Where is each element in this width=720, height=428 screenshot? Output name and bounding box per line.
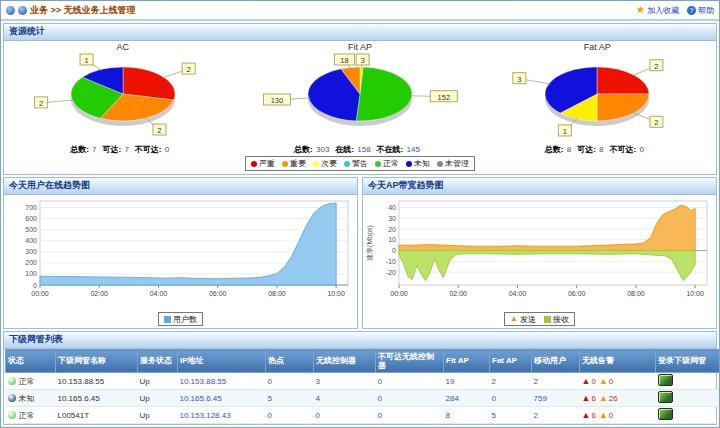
wireless-controller-cell[interactable]: 4 [314, 390, 376, 407]
col-header-登录下级网管[interactable]: 登录下级网管 [656, 350, 720, 373]
hotspot-cell[interactable]: 0 [266, 373, 314, 390]
fit-ap-pie-chart[interactable]: 315213018 [245, 52, 475, 142]
svg-text:06:00: 06:00 [568, 290, 586, 297]
col-header-下级网管名称[interactable]: 下级网管名称 [56, 350, 138, 373]
svg-text:00:00: 00:00 [390, 290, 408, 297]
login-nms-cell[interactable] [656, 390, 720, 407]
add-favorite-link[interactable]: ★ 加入收藏 [636, 5, 679, 16]
wireless-alarm-cell[interactable]: ▲6▲26 [580, 390, 656, 407]
hotspot-cell[interactable]: 0 [266, 407, 314, 424]
svg-text:3: 3 [361, 56, 365, 65]
col-header-Fat AP[interactable]: Fat AP [490, 350, 532, 373]
fit-ap-cell[interactable]: 8 [444, 407, 490, 424]
col-header-无线告警[interactable]: 无线告警 [580, 350, 656, 373]
help-link[interactable]: ? 帮助 [687, 5, 714, 16]
ip-address-cell[interactable]: 10.165.6.45 [178, 390, 266, 407]
fat-ap-pie-chart[interactable]: 2213 [482, 52, 712, 142]
ap-trend-legend: ▲发送接收 [504, 312, 575, 326]
login-nms-icon[interactable] [658, 391, 673, 403]
col-header-无线控制器[interactable]: 无线控制器 [314, 350, 376, 373]
unreachable-wc-cell[interactable]: 0 [376, 373, 444, 390]
svg-text:08:00: 08:00 [627, 290, 645, 297]
svg-text:10:00: 10:00 [327, 290, 345, 297]
mobile-user-cell[interactable]: 759 [532, 390, 580, 407]
login-nms-icon[interactable] [658, 408, 673, 420]
trend-charts-row: 今天用户在线趋势图 010020030040050060070000:0002:… [3, 177, 717, 329]
svg-text:2: 2 [186, 65, 190, 74]
user-trend-legend: 用户数 [158, 312, 203, 326]
ap-trend-panel: 今天AP带宽趋势图 -20-1001020304000:0002:0004:00… [362, 177, 717, 329]
svg-text:1: 1 [563, 127, 567, 136]
fat-ap-cell[interactable]: 0 [490, 390, 532, 407]
svg-text:0: 0 [392, 247, 396, 254]
ip-address-cell[interactable]: 10.153.128.43 [178, 407, 266, 424]
unreachable-wc-cell[interactable]: 0 [376, 407, 444, 424]
mobile-user-cell[interactable]: 2 [532, 407, 580, 424]
fat-ap-pie-block: Fat AP 2213 总数: 8可达: 8不可达: 0 [479, 41, 716, 155]
pie-stat-在线: 158 [357, 145, 370, 154]
critical-alarm-icon: ▲ [582, 410, 591, 420]
col-header-服务状态[interactable]: 服务状态 [138, 350, 178, 373]
ap-bandwidth-trend-chart[interactable]: -20-1001020304000:0002:0004:0006:0008:00… [363, 195, 715, 307]
pie-slice-2 [597, 94, 649, 121]
svg-text:06:00: 06:00 [209, 290, 227, 297]
fit-ap-pie-title: Fit AP [241, 42, 478, 52]
unreachable-wc-cell[interactable]: 0 [376, 390, 444, 407]
svg-text:04:00: 04:00 [509, 290, 527, 297]
login-nms-cell[interactable] [656, 407, 720, 424]
square-marker-icon [164, 316, 171, 323]
col-header-移动用户[interactable]: 移动用户 [532, 350, 580, 373]
pie-stat-总数: 7 [92, 145, 96, 154]
fit-ap-cell[interactable]: 284 [444, 390, 490, 407]
fat-ap-cell[interactable]: 2 [490, 373, 532, 390]
svg-text:700: 700 [25, 204, 37, 211]
legend-item-警告: 警告 [344, 158, 368, 169]
status-ball-icon [8, 411, 16, 419]
status-ball-icon [8, 377, 16, 385]
col-header-不可达无线控制器[interactable]: 不可达无线控制器 [376, 350, 444, 373]
legend-dot [406, 161, 412, 167]
legend-item-未管理: 未管理 [437, 158, 469, 169]
ac-pie-chart[interactable]: 2221 [8, 52, 238, 142]
svg-text:00:00: 00:00 [31, 290, 49, 297]
top-bar: 业务 >> 无线业务上线管理 ★ 加入收藏 ? 帮助 [1, 1, 719, 21]
wireless-controller-cell[interactable]: 3 [314, 373, 376, 390]
fat-ap-cell[interactable]: 5 [490, 407, 532, 424]
legend-dot [375, 161, 381, 167]
col-header-热点[interactable]: 热点 [266, 350, 314, 373]
nms-name-cell[interactable]: 10.153.88.55 [56, 373, 138, 390]
hotspot-cell[interactable]: 5 [266, 390, 314, 407]
mobile-user-cell[interactable]: 2 [532, 373, 580, 390]
wireless-controller-cell[interactable]: 0 [314, 407, 376, 424]
service-status-cell: Up [138, 407, 178, 424]
svg-text:20: 20 [388, 226, 396, 233]
pie-stat-不在线: 145 [407, 145, 420, 154]
svg-text:3: 3 [518, 75, 522, 84]
svg-text:10:00: 10:00 [686, 290, 704, 297]
col-header-IP地址[interactable]: IP地址 [178, 350, 266, 373]
chart-legend-item-用户数: 用户数 [164, 314, 197, 325]
service-status-cell: Up [138, 390, 178, 407]
ac-pie-block: AC 2221 总数: 7可达: 7不可达: 0 [4, 41, 241, 155]
legend-dot [282, 161, 288, 167]
user-online-trend-chart[interactable]: 010020030040050060070000:0002:0004:0006:… [4, 195, 356, 307]
nms-name-cell[interactable]: 10.165.6.45 [56, 390, 138, 407]
fit-ap-cell[interactable]: 19 [444, 373, 490, 390]
status-cell: 未知 [6, 390, 56, 407]
legend-item-正常: 正常 [375, 158, 399, 169]
ip-address-cell[interactable]: 10.153.88.55 [178, 373, 266, 390]
status-cell: 正常 [6, 407, 56, 424]
resource-stats-panel: 资源统计 AC 2221 总数: 7可达: 7不可达: 0 Fit AP 315… [3, 23, 717, 175]
legend-item-重要: 重要 [282, 158, 306, 169]
pie-charts-row: AC 2221 总数: 7可达: 7不可达: 0 Fit AP 31521301… [4, 41, 716, 155]
svg-text:300: 300 [25, 248, 37, 255]
col-header-状态[interactable]: 状态 [6, 350, 56, 373]
fit-ap-pie-stats: 总数: 303在线: 158不在线: 145 [241, 144, 478, 155]
login-nms-cell[interactable] [656, 373, 720, 390]
wireless-alarm-cell[interactable]: ▲0▲0 [580, 373, 656, 390]
login-nms-icon[interactable] [658, 374, 673, 386]
col-header-Fit AP[interactable]: Fit AP [444, 350, 490, 373]
svg-text:04:00: 04:00 [150, 290, 168, 297]
wireless-alarm-cell[interactable]: ▲6▲0 [580, 407, 656, 424]
nms-name-cell[interactable]: L00541T [56, 407, 138, 424]
